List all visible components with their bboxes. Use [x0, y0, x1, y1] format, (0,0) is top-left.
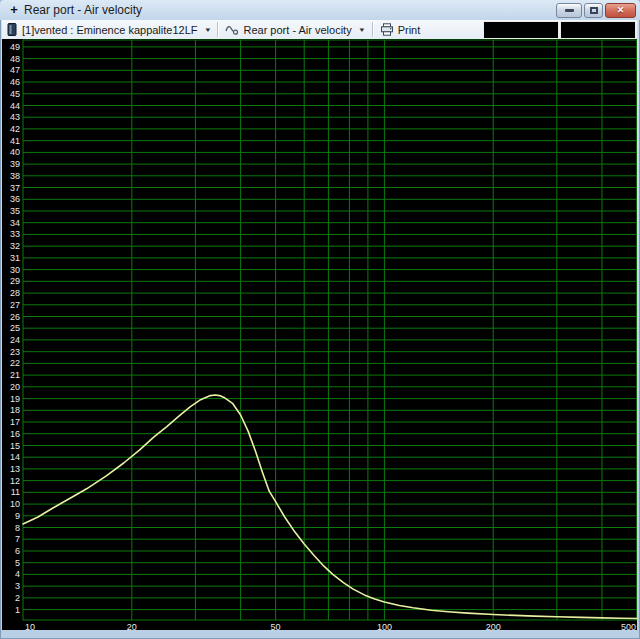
- svg-text:37: 37: [10, 183, 20, 193]
- svg-text:18: 18: [10, 405, 20, 415]
- svg-text:4: 4: [15, 569, 20, 579]
- svg-text:29: 29: [10, 276, 20, 286]
- svg-text:42: 42: [10, 124, 20, 134]
- print-label: Print: [398, 24, 421, 36]
- svg-text:10: 10: [25, 622, 35, 630]
- svg-text:32: 32: [10, 241, 20, 251]
- svg-text:43: 43: [10, 112, 20, 122]
- maximize-button[interactable]: [584, 3, 603, 18]
- window-controls: ✕: [556, 3, 636, 18]
- chevron-down-icon: ▼: [358, 27, 366, 33]
- close-button[interactable]: ✕: [605, 3, 636, 18]
- svg-text:11: 11: [11, 487, 20, 497]
- svg-text:200: 200: [486, 622, 501, 630]
- svg-text:38: 38: [10, 171, 20, 181]
- svg-text:26: 26: [10, 312, 20, 322]
- readout-box-left: [483, 21, 559, 39]
- svg-text:23: 23: [10, 347, 20, 357]
- driver-icon: [7, 23, 18, 36]
- svg-text:22: 22: [10, 358, 20, 368]
- svg-text:20: 20: [127, 622, 137, 630]
- svg-text:10: 10: [10, 499, 20, 509]
- svg-text:33: 33: [10, 229, 20, 239]
- toolbar-separator: [217, 22, 218, 37]
- svg-text:35: 35: [10, 206, 20, 216]
- minimize-icon: [565, 9, 574, 12]
- svg-text:9: 9: [15, 511, 20, 521]
- svg-text:3: 3: [15, 581, 20, 591]
- svg-text:6: 6: [15, 546, 20, 556]
- readout-box-right: [560, 21, 636, 39]
- maximize-icon: [590, 7, 598, 14]
- svg-text:7: 7: [15, 534, 20, 544]
- svg-text:25: 25: [10, 323, 20, 333]
- svg-text:1: 1: [15, 605, 20, 615]
- window-icon: +: [7, 3, 21, 17]
- curve-icon: [225, 24, 239, 36]
- window-title: Rear port - Air velocity: [24, 3, 142, 17]
- svg-text:47: 47: [10, 65, 20, 75]
- svg-text:5: 5: [15, 558, 20, 568]
- svg-text:500: 500: [621, 622, 636, 630]
- svg-text:14: 14: [10, 452, 20, 462]
- svg-text:44: 44: [10, 101, 20, 111]
- chart-area[interactable]: 1234567891011121314151617181920212223242…: [2, 39, 637, 630]
- svg-text:20: 20: [10, 382, 20, 392]
- print-button[interactable]: Print: [375, 21, 426, 38]
- svg-text:36: 36: [10, 194, 20, 204]
- svg-text:24: 24: [10, 335, 20, 345]
- svg-text:48: 48: [10, 54, 20, 64]
- chevron-down-icon: ▼: [204, 27, 212, 33]
- minimize-button[interactable]: [556, 3, 582, 18]
- printer-icon: [380, 23, 394, 36]
- app-window: + Rear port - Air velocity ✕ [1]vented :…: [0, 0, 640, 639]
- svg-text:16: 16: [10, 429, 20, 439]
- svg-text:46: 46: [10, 77, 20, 87]
- svg-text:12: 12: [10, 476, 20, 486]
- svg-text:50: 50: [271, 622, 281, 630]
- svg-text:41: 41: [10, 136, 20, 146]
- driver-select-value: [1]vented : Eminence kappalite12LF: [22, 24, 198, 36]
- chart-background: [2, 39, 637, 630]
- titlebar[interactable]: + Rear port - Air velocity ✕: [0, 0, 640, 20]
- plot-type-dropdown[interactable]: Rear port - Air velocity ▼: [220, 21, 369, 38]
- svg-text:15: 15: [10, 441, 20, 451]
- air-velocity-chart[interactable]: 1234567891011121314151617181920212223242…: [2, 39, 637, 630]
- svg-text:30: 30: [10, 265, 20, 275]
- svg-text:8: 8: [15, 523, 20, 533]
- toolbar: [1]vented : Eminence kappalite12LF ▼ Rea…: [2, 20, 637, 39]
- svg-text:21: 21: [10, 370, 20, 380]
- svg-text:49: 49: [10, 42, 20, 52]
- svg-text:28: 28: [10, 288, 20, 298]
- svg-text:39: 39: [10, 159, 20, 169]
- svg-text:27: 27: [10, 300, 20, 310]
- svg-text:34: 34: [10, 218, 20, 228]
- svg-text:31: 31: [10, 253, 20, 263]
- svg-text:19: 19: [10, 394, 20, 404]
- svg-text:40: 40: [10, 147, 20, 157]
- svg-text:17: 17: [10, 417, 20, 427]
- toolbar-separator: [372, 22, 373, 37]
- close-icon: ✕: [617, 6, 625, 15]
- svg-text:45: 45: [10, 89, 20, 99]
- plot-type-value: Rear port - Air velocity: [243, 24, 351, 36]
- svg-text:2: 2: [15, 593, 20, 603]
- svg-text:13: 13: [10, 464, 20, 474]
- svg-text:100: 100: [377, 622, 392, 630]
- driver-select-dropdown[interactable]: [1]vented : Eminence kappalite12LF ▼: [2, 21, 215, 38]
